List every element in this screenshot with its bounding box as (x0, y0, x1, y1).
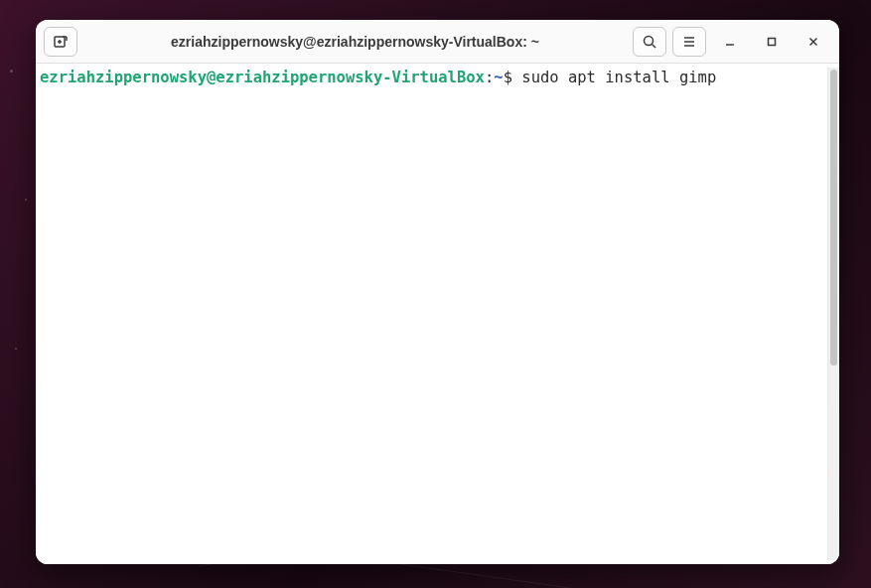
titlebar-left-controls (44, 27, 77, 57)
close-icon (806, 35, 820, 49)
search-icon (642, 34, 657, 50)
scrollbar-thumb[interactable] (830, 70, 837, 366)
maximize-button[interactable] (754, 27, 790, 57)
prompt-colon: : (485, 69, 494, 86)
bg-decoration (25, 199, 27, 201)
window-title: ezriahzippernowsky@ezriahzippernowsky-Vi… (83, 34, 627, 50)
new-tab-button[interactable] (44, 27, 77, 57)
command-text: sudo apt install gimp (521, 69, 716, 86)
minimize-icon (723, 35, 737, 49)
prompt-symbol: $ (504, 69, 522, 86)
new-tab-icon (53, 34, 69, 50)
svg-rect-11 (769, 38, 776, 45)
prompt-path: ~ (494, 69, 503, 86)
terminal-window: ezriahzippernowsky@ezriahzippernowsky-Vi… (36, 20, 839, 564)
prompt-user-host: ezriahzippernowsky@ezriahzippernowsky-Vi… (40, 69, 485, 86)
bg-decoration (15, 348, 17, 350)
prompt-line: ezriahzippernowsky@ezriahzippernowsky-Vi… (40, 68, 827, 87)
menu-button[interactable] (672, 27, 706, 57)
titlebar-right-controls (633, 27, 831, 57)
maximize-icon (765, 35, 779, 49)
hamburger-icon (681, 34, 697, 50)
svg-point-5 (645, 36, 653, 45)
titlebar: ezriahzippernowsky@ezriahzippernowsky-Vi… (36, 20, 839, 64)
close-button[interactable] (796, 27, 831, 57)
scrollbar[interactable] (827, 68, 839, 560)
minimize-button[interactable] (712, 27, 748, 57)
terminal-body[interactable]: ezriahzippernowsky@ezriahzippernowsky-Vi… (36, 64, 839, 564)
terminal-content[interactable]: ezriahzippernowsky@ezriahzippernowsky-Vi… (40, 68, 827, 560)
search-button[interactable] (633, 27, 666, 57)
svg-line-6 (653, 44, 656, 48)
bg-decoration (10, 70, 13, 73)
